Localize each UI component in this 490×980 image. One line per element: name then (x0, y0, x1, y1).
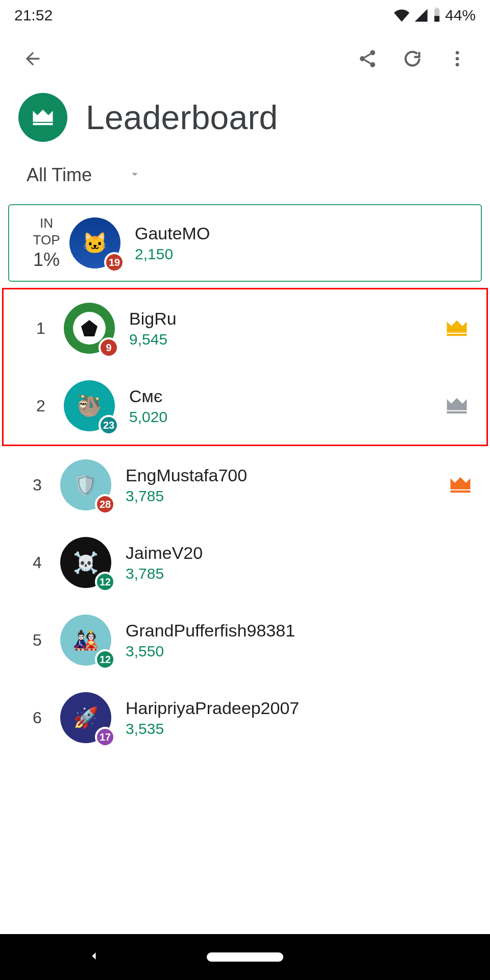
rank-number: 3 (14, 476, 60, 495)
player-avatar: 🚀 17 (60, 692, 111, 743)
leaderboard-list: 1 9 BigRu 9,545 2 🦥 23 Смє 5,020 3 🛡️ 28… (0, 288, 490, 756)
svg-rect-11 (447, 411, 467, 413)
player-name: BigRu (129, 309, 442, 329)
rank-number: 4 (14, 553, 60, 572)
svg-point-5 (370, 62, 375, 67)
player-score: 5,020 (129, 408, 442, 426)
svg-point-6 (456, 51, 459, 55)
leaderboard-row[interactable]: 4 ☠️ 12 JaimeV20 3,785 (0, 524, 490, 601)
status-right: 44% (394, 7, 476, 24)
player-name: EngMustafa700 (126, 465, 445, 485)
leaderboard-badge-icon (18, 93, 67, 142)
my-avatar: 🐱 19 (69, 217, 120, 268)
svg-rect-1 (434, 16, 439, 21)
svg-point-8 (456, 63, 459, 66)
refresh-button[interactable] (398, 44, 427, 73)
leaderboard-row[interactable]: 6 🚀 17 HaripriyaPradeep2007 3,535 (0, 679, 490, 756)
chevron-down-icon (128, 167, 142, 183)
player-avatar: 🛡️ 28 (60, 459, 111, 510)
rank-number: 5 (14, 631, 60, 650)
svg-rect-2 (435, 8, 438, 9)
nav-back-button[interactable] (87, 949, 101, 965)
rank-number: 6 (14, 708, 60, 727)
battery-icon (433, 8, 441, 23)
status-bar: 21:52 44% (0, 0, 490, 31)
svg-rect-10 (447, 334, 467, 336)
player-name: HaripriyaPradeep2007 (126, 698, 445, 718)
player-score: 3,535 (126, 720, 445, 738)
player-name: GrandPufferfish98381 (126, 621, 445, 641)
my-rank-card[interactable]: IN TOP 1% 🐱 19 GauteMO 2,150 (8, 204, 482, 282)
leaderboard-row[interactable]: 1 9 BigRu 9,545 (4, 289, 486, 367)
level-badge: 12 (95, 649, 115, 670)
battery-percent: 44% (445, 7, 476, 24)
status-time: 21:52 (14, 7, 53, 24)
rank-number: 1 (18, 319, 64, 338)
svg-point-3 (370, 50, 375, 55)
nav-home-button[interactable] (207, 952, 283, 962)
cell-signal-icon (413, 8, 429, 23)
medal-icon (442, 315, 472, 341)
wifi-icon (394, 8, 409, 23)
player-avatar: ☠️ 12 (60, 537, 111, 588)
title-row: Leaderboard (0, 87, 490, 162)
app-bar (0, 31, 490, 87)
player-avatar: 9 (64, 303, 115, 354)
leaderboard-row[interactable]: 3 🛡️ 28 EngMustafa700 3,785 (0, 446, 490, 524)
back-button[interactable] (18, 44, 47, 73)
share-button[interactable] (353, 44, 382, 73)
player-score: 3,785 (126, 565, 445, 582)
player-score: 3,785 (126, 487, 445, 505)
player-name: JaimeV20 (126, 543, 445, 563)
more-button[interactable] (443, 44, 472, 73)
time-filter-dropdown[interactable]: All Time (0, 162, 490, 204)
svg-rect-12 (451, 491, 471, 493)
my-rank-label: IN TOP 1% (23, 215, 69, 271)
player-avatar: 🎎 12 (60, 615, 111, 666)
player-avatar: 🦥 23 (64, 380, 115, 431)
my-name: GauteMO (135, 224, 467, 243)
player-score: 9,545 (129, 331, 442, 348)
level-badge: 19 (104, 252, 125, 273)
level-badge: 12 (95, 572, 115, 592)
svg-rect-9 (33, 123, 53, 125)
level-badge: 23 (99, 415, 119, 435)
leaderboard-row[interactable]: 2 🦥 23 Смє 5,020 (4, 367, 486, 445)
svg-point-4 (360, 56, 365, 61)
leaderboard-row[interactable]: 5 🎎 12 GrandPufferfish98381 3,550 (0, 601, 490, 679)
highlight-box: 1 9 BigRu 9,545 2 🦥 23 Смє 5,020 (2, 288, 488, 446)
player-score: 3,550 (126, 643, 445, 660)
level-badge: 9 (99, 337, 119, 358)
android-nav-bar (0, 934, 490, 980)
my-score: 2,150 (135, 246, 467, 263)
medal-icon (445, 472, 476, 498)
rank-number: 2 (18, 397, 64, 415)
player-name: Смє (129, 386, 442, 406)
time-filter-label: All Time (27, 164, 92, 186)
level-badge: 17 (95, 727, 115, 747)
svg-point-7 (456, 57, 459, 61)
level-badge: 28 (95, 494, 115, 514)
medal-icon (442, 393, 472, 419)
page-title: Leaderboard (86, 98, 278, 137)
